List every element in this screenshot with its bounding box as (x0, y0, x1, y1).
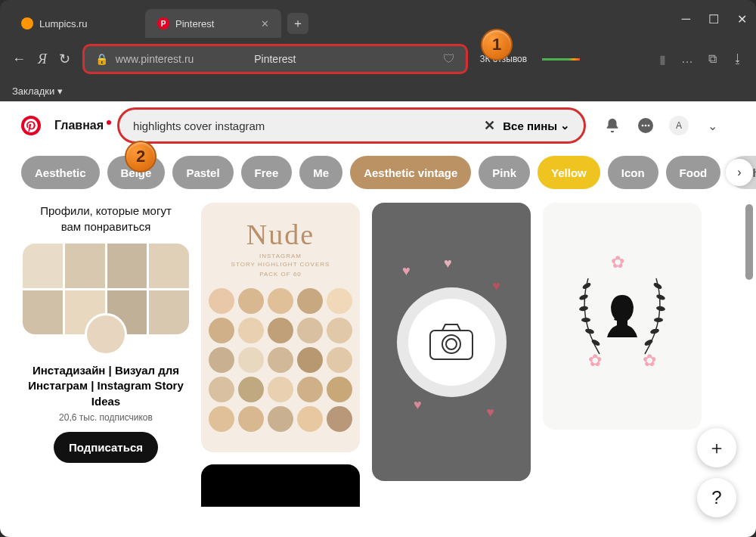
chat-icon[interactable] (636, 116, 655, 135)
new-tab-button[interactable]: ＋ (287, 13, 308, 34)
page-title: Pinterest (254, 53, 296, 65)
downloads-icon[interactable]: ⭳ (732, 52, 744, 66)
browser-titlebar: Lumpics.ru P Pinterest ✕ ＋ ─ ☐ ✕ (0, 0, 756, 38)
pinterest-logo[interactable] (21, 116, 41, 135)
chip-food[interactable]: Food (666, 156, 721, 189)
svg-point-1 (642, 125, 644, 127)
svg-point-10 (581, 318, 590, 322)
pin-sub3: PACK OF 60 (259, 271, 302, 278)
back-icon[interactable]: ← (12, 51, 26, 67)
search-filter[interactable]: Все пины ⌄ (503, 119, 570, 132)
svg-point-5 (442, 335, 460, 353)
svg-point-3 (648, 125, 650, 127)
pin-nude-covers[interactable]: Nude INSTAGRAM STORY HIGHLIGHT COVERS PA… (201, 203, 360, 452)
url-text: www.pinterest.ru (116, 53, 194, 65)
chip-icon[interactable]: Icon (608, 156, 658, 189)
minimize-icon[interactable]: ─ (682, 12, 690, 26)
chip-me[interactable]: Me (299, 156, 342, 189)
svg-point-8 (578, 293, 588, 301)
help-button[interactable]: ? (697, 478, 736, 517)
browser-tab-pinterest[interactable]: P Pinterest ✕ (145, 9, 281, 38)
pins-grid: Профили, которые могут вам понравиться И… (0, 195, 756, 514)
search-bar: ✕ Все пины ⌄ (117, 107, 586, 144)
svg-point-16 (654, 318, 663, 322)
tab-title: Lumpics.ru (39, 18, 88, 29)
svg-point-15 (656, 306, 666, 312)
chips-scroll-right[interactable]: › (726, 159, 753, 186)
filter-chips-row: Aesthetic Beige Pastel Free Me Aesthetic… (0, 150, 756, 195)
favicon-lumpics (21, 17, 33, 29)
subscribe-button[interactable]: Подписаться (54, 432, 158, 463)
favicon-pinterest: P (157, 17, 169, 29)
annotation-badge-2: 2 (125, 141, 156, 172)
search-input[interactable] (133, 120, 476, 132)
annotation-badge-1: 1 (481, 29, 513, 61)
chip-yellow[interactable]: Yellow (538, 156, 600, 189)
pin-laurel-silhouette[interactable]: ✿ ✿ ✿ (543, 203, 702, 430)
laurel-icon (565, 256, 679, 377)
svg-point-14 (655, 293, 665, 301)
chevron-down-icon[interactable]: ⌄ (702, 116, 722, 135)
chip-aesthetic[interactable]: Aesthetic (21, 156, 100, 189)
window-controls: ─ ☐ ✕ (682, 12, 747, 26)
add-button[interactable]: ＋ (697, 428, 736, 467)
bookmarks-label[interactable]: Закладки ▾ (12, 85, 63, 97)
maximize-icon[interactable]: ☐ (708, 12, 719, 26)
fab-group: ＋ ? (697, 428, 736, 517)
profile-suggestion-card: Профили, которые могут вам понравиться И… (23, 203, 189, 463)
scrollbar[interactable] (745, 204, 753, 280)
browser-toolbar: ← Я ↻ 🔒 www.pinterest.ru Pinterest 🛡 3К … (0, 38, 756, 80)
svg-point-2 (645, 125, 647, 127)
chip-pink[interactable]: Pink (479, 156, 530, 189)
chevron-down-icon: ⌄ (560, 119, 570, 132)
clear-search-icon[interactable]: ✕ (484, 117, 495, 134)
svg-point-6 (446, 339, 457, 349)
pin-black[interactable] (201, 464, 360, 507)
pin-title: Nude (246, 218, 314, 251)
pinterest-header: Главная ✕ Все пины ⌄ A ⌄ (0, 101, 756, 150)
shield-icon[interactable]: 🛡 (443, 52, 455, 66)
bookmark-icon[interactable]: ▮ (659, 52, 666, 67)
chip-aesthetic-vintage[interactable]: Aesthetic vintage (350, 156, 471, 189)
pin-sub2: STORY HIGHLIGHT COVERS (231, 261, 330, 268)
profile-name[interactable]: Инстадизайн | Визуал для Инстаграм | Ins… (23, 363, 189, 409)
chip-pastel[interactable]: Pastel (172, 156, 233, 189)
address-bar[interactable]: 🔒 www.pinterest.ru Pinterest 🛡 (82, 44, 468, 74)
suggestion-text: Профили, которые могут вам понравиться (23, 203, 189, 234)
bell-icon[interactable] (603, 116, 622, 135)
yandex-icon[interactable]: Я (38, 51, 47, 67)
pin-camera-hearts[interactable]: ♥ ♥ ♥ ♥ ♥ (372, 203, 531, 481)
camera-icon (427, 321, 476, 362)
reload-icon[interactable]: ↻ (59, 51, 70, 67)
more-icon[interactable]: … (681, 52, 693, 66)
lock-icon: 🔒 (95, 53, 108, 65)
home-link[interactable]: Главная (54, 119, 104, 132)
pinterest-page: Главная ✕ Все пины ⌄ A ⌄ 2 Aesthetic Bei… (0, 101, 756, 537)
bookmarks-bar[interactable]: Закладки ▾ (0, 80, 756, 101)
profile-followers: 20,6 тыс. подписчиков (23, 412, 189, 423)
pin-sub1: INSTAGRAM (259, 253, 302, 259)
svg-point-9 (579, 306, 589, 312)
chip-free[interactable]: Free (241, 156, 293, 189)
tab-title: Pinterest (175, 18, 214, 29)
close-icon[interactable]: ✕ (261, 18, 269, 29)
extensions-icon[interactable]: ⧉ (708, 52, 717, 66)
profile-avatar[interactable] (85, 313, 127, 355)
reviews-bar (542, 58, 580, 61)
browser-tab-lumpics[interactable]: Lumpics.ru (9, 9, 145, 38)
close-window-icon[interactable]: ✕ (737, 12, 747, 26)
user-avatar[interactable]: A (669, 116, 689, 135)
